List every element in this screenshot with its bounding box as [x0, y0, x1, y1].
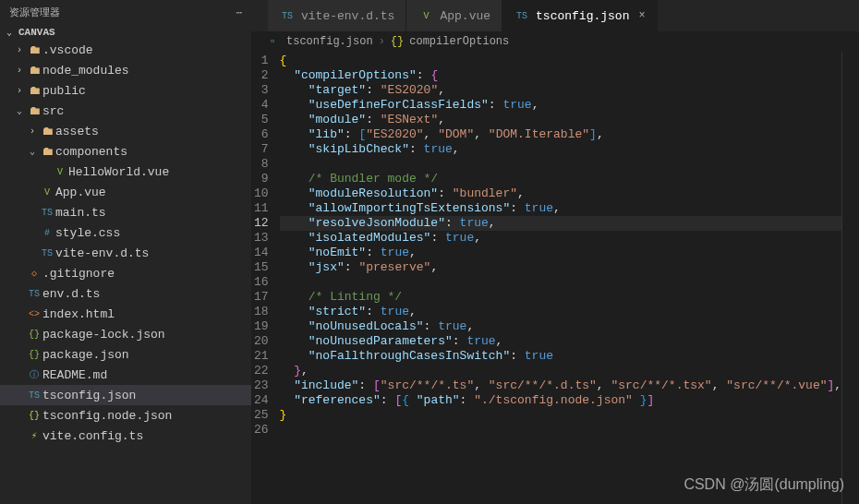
file-item[interactable]: <>index.html: [0, 304, 251, 324]
line-number: 24: [251, 393, 269, 408]
chevron-down-icon: ⌄: [26, 146, 39, 157]
item-label: node_modules: [42, 64, 129, 78]
line-number: 21: [251, 349, 269, 364]
folder-item[interactable]: ›🖿public: [0, 80, 251, 101]
folder-root[interactable]: ⌄ CANVAS: [0, 25, 251, 40]
item-label: src: [42, 104, 64, 118]
code-line[interactable]: "useDefineForClassFields": true,: [280, 98, 842, 113]
file-item[interactable]: VApp.vue: [0, 182, 251, 202]
tab-label: App.vue: [440, 9, 490, 23]
file-item[interactable]: TSenv.d.ts: [0, 283, 251, 304]
folder-item[interactable]: ›🖿.vscode: [0, 40, 251, 60]
code-line[interactable]: "moduleResolution": "bundler",: [280, 186, 842, 201]
chevron-right-icon: ›: [13, 86, 26, 96]
folder-item[interactable]: ›🖿assets: [0, 121, 251, 141]
code-line[interactable]: /* Bundler mode */: [280, 172, 842, 186]
editor-tab[interactable]: VApp.vue: [406, 0, 502, 31]
file-item[interactable]: ⚡vite.config.ts: [0, 426, 251, 446]
close-icon[interactable]: ×: [638, 9, 645, 22]
file-item[interactable]: ◇.gitignore: [0, 263, 251, 283]
code-line[interactable]: "references": [{ "path": "./tsconfig.nod…: [280, 393, 842, 408]
explorer-title: 资源管理器 ⋯: [0, 0, 251, 25]
code-line[interactable]: "noUnusedLocals": true,: [280, 319, 842, 334]
item-label: .vscode: [42, 43, 93, 57]
editor-tab[interactable]: TSvite-env.d.ts: [268, 0, 406, 31]
item-label: assets: [55, 125, 99, 138]
folder-icon: 🖿: [39, 125, 55, 138]
code-line[interactable]: [280, 423, 842, 438]
file-type-icon: ⓘ: [26, 368, 42, 381]
line-number: 26: [251, 423, 269, 438]
item-label: package-lock.json: [42, 328, 165, 342]
code-line[interactable]: "jsx": "preserve",: [280, 260, 842, 275]
more-icon[interactable]: ⋯: [236, 6, 242, 18]
line-number: 22: [251, 364, 269, 378]
code-line[interactable]: "noEmit": true,: [280, 246, 842, 260]
file-item[interactable]: ⓘREADME.md: [0, 365, 251, 385]
line-number: 4: [251, 98, 269, 113]
minimap[interactable]: [841, 52, 859, 504]
code-line[interactable]: }: [280, 408, 842, 423]
item-label: vite-env.d.ts: [55, 246, 149, 260]
code-line[interactable]: "isolatedModules": true,: [280, 231, 842, 246]
code-line[interactable]: "noUnusedParameters": true,: [280, 334, 842, 349]
breadcrumb[interactable]: ▫ tsconfig.json › {} compilerOptions: [251, 31, 859, 52]
line-number: 2: [251, 68, 269, 83]
code-line[interactable]: "noFallthroughCasesInSwitch": true: [280, 349, 842, 364]
item-label: App.vue: [55, 186, 106, 199]
line-number: 10: [251, 186, 269, 201]
line-number: 20: [251, 334, 269, 349]
tab-label: vite-env.d.ts: [301, 9, 394, 23]
file-item[interactable]: TSvite-env.d.ts: [0, 243, 251, 263]
code-line[interactable]: /* Linting */: [280, 290, 842, 305]
file-item[interactable]: {}package.json: [0, 344, 251, 365]
line-number: 13: [251, 231, 269, 246]
file-type-icon: <>: [26, 309, 42, 319]
file-type-icon: {}: [26, 350, 42, 360]
code-content[interactable]: { "compilerOptions": { "target": "ES2020…: [280, 52, 842, 504]
folder-item[interactable]: ⌄🖿src: [0, 101, 251, 121]
code-line[interactable]: "module": "ESNext",: [280, 113, 842, 127]
tab-label: tsconfig.json: [536, 9, 629, 23]
editor-tab[interactable]: TStsconfig.json×: [502, 0, 658, 31]
file-type-icon: TS: [514, 11, 530, 21]
code-line[interactable]: "compilerOptions": {: [280, 68, 842, 83]
folder-item[interactable]: ›🖿node_modules: [0, 60, 251, 80]
file-tree: ›🖿.vscode›🖿node_modules›🖿public⌄🖿src›🖿as…: [0, 40, 251, 504]
code-line[interactable]: [280, 157, 842, 172]
folder-item[interactable]: ⌄🖿components: [0, 141, 251, 162]
folder-icon: 🖿: [26, 104, 42, 118]
line-number: 11: [251, 201, 269, 216]
item-label: style.css: [55, 226, 120, 240]
file-item[interactable]: #style.css: [0, 222, 251, 243]
breadcrumb-file: tsconfig.json: [286, 35, 373, 48]
code-line[interactable]: "include": ["src/**/*.ts", "src/**/*.d.t…: [280, 378, 842, 393]
editor-pane: TSvite-env.d.tsVApp.vueTStsconfig.json× …: [251, 0, 859, 504]
file-item[interactable]: TSmain.ts: [0, 202, 251, 222]
file-item[interactable]: VHelloWorld.vue: [0, 162, 251, 182]
code-line[interactable]: "strict": true,: [280, 305, 842, 319]
folder-icon: 🖿: [26, 64, 42, 78]
line-number: 8: [251, 157, 269, 172]
explorer-title-text: 资源管理器: [9, 6, 60, 19]
code-line[interactable]: },: [280, 364, 842, 378]
file-item[interactable]: TStsconfig.json: [0, 385, 251, 405]
chevron-right-icon: ›: [13, 66, 26, 76]
code-line[interactable]: "lib": ["ES2020", "DOM", "DOM.Iterable"]…: [280, 127, 842, 142]
explorer-sidebar: 资源管理器 ⋯ ⌄ CANVAS ›🖿.vscode›🖿node_modules…: [0, 0, 251, 504]
item-label: vite.config.ts: [42, 429, 143, 443]
code-editor[interactable]: 1234567891011121314151617181920212223242…: [251, 52, 859, 504]
item-label: components: [55, 145, 127, 159]
line-gutter: 1234567891011121314151617181920212223242…: [251, 52, 280, 504]
line-number: 23: [251, 378, 269, 393]
file-item[interactable]: {}package-lock.json: [0, 324, 251, 344]
code-line[interactable]: {: [280, 54, 842, 68]
code-line[interactable]: "target": "ES2020",: [280, 83, 842, 98]
code-line[interactable]: "resolveJsonModule": true,: [280, 216, 842, 231]
code-line[interactable]: "allowImportingTsExtensions": true,: [280, 201, 842, 216]
code-line[interactable]: [280, 275, 842, 290]
file-item[interactable]: {}tsconfig.node.json: [0, 405, 251, 426]
root-label: CANVAS: [18, 27, 55, 38]
item-label: README.md: [42, 368, 107, 382]
code-line[interactable]: "skipLibCheck": true,: [280, 142, 842, 157]
